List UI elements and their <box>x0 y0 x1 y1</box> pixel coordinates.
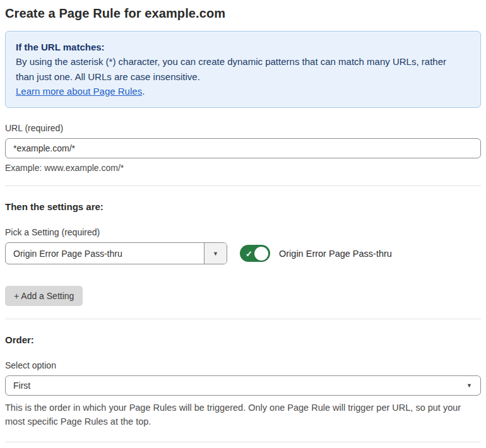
url-example-helper: Example: www.example.com/* <box>5 163 481 173</box>
chevron-down-icon[interactable]: ▼ <box>204 243 227 264</box>
link-suffix: . <box>142 86 145 97</box>
check-icon: ✓ <box>246 249 252 257</box>
order-section-heading: Order: <box>5 334 481 345</box>
url-match-info-box: If the URL matches: By using the asteris… <box>5 31 481 108</box>
pick-setting-label: Pick a Setting (required) <box>5 227 481 237</box>
add-setting-button[interactable]: + Add a Setting <box>5 286 83 306</box>
info-box-link-line: Learn more about Page Rules. <box>16 84 470 98</box>
setting-select[interactable]: Origin Error Page Pass-thru ▼ <box>5 242 227 264</box>
learn-more-link[interactable]: Learn more about Page Rules <box>16 86 142 97</box>
settings-section-heading: Then the settings are: <box>5 201 481 212</box>
divider <box>5 186 481 186</box>
info-box-body: By using the asterisk (*) character, you… <box>16 54 458 84</box>
order-helper-text: This is the order in which your Page Rul… <box>5 401 475 429</box>
setting-toggle[interactable]: ✓ <box>240 245 270 262</box>
chevron-down-icon: ▼ <box>466 382 472 389</box>
toggle-knob <box>254 247 268 261</box>
url-field-label: URL (required) <box>5 123 481 133</box>
url-input[interactable] <box>5 138 481 158</box>
info-box-heading: If the URL matches: <box>16 40 470 54</box>
setting-toggle-label: Origin Error Page Pass-thru <box>279 249 392 259</box>
order-select-label: Select option <box>5 360 481 370</box>
order-select[interactable]: First ▼ <box>5 375 481 396</box>
order-select-value: First <box>13 380 30 391</box>
page-title: Create a Page Rule for example.com <box>5 6 481 21</box>
setting-select-value: Origin Error Page Pass-thru <box>6 243 204 264</box>
setting-row: Origin Error Page Pass-thru ▼ ✓ Origin E… <box>5 242 481 264</box>
divider <box>5 319 481 319</box>
divider <box>5 442 481 442</box>
